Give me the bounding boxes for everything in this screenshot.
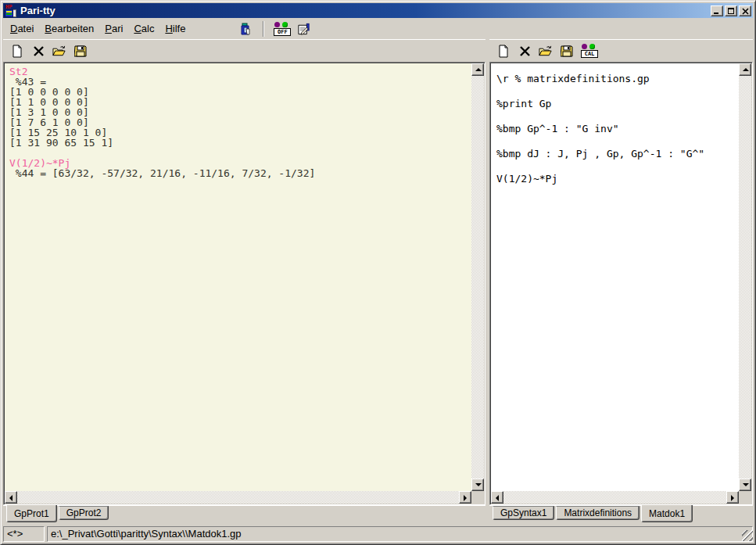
status-bar: <*> e:\_Privat\Gotti\paritty\Syntax\\Mat… [3, 526, 753, 542]
text-line: %bmp Gp^-1 : "G inv" [496, 123, 739, 135]
text-line [496, 135, 739, 148]
scroll-track[interactable] [503, 491, 726, 504]
scrollbar-corner [471, 491, 484, 504]
new-document-button[interactable] [10, 45, 24, 58]
resize-grip[interactable] [742, 530, 753, 541]
open-file-button[interactable] [539, 45, 553, 58]
cal-dot-green-icon [589, 44, 595, 49]
scroll-left-button[interactable] [5, 491, 17, 504]
right-toolbar: CAL [489, 39, 753, 62]
tab-gpprot1[interactable]: GpProt1 [6, 505, 57, 522]
scrollbar-corner [739, 491, 751, 504]
menu-item-pari[interactable]: Pari [99, 20, 128, 37]
right-vscrollbar[interactable] [739, 63, 751, 491]
scroll-up-button[interactable] [739, 63, 751, 76]
left-toolbar [3, 39, 485, 62]
menu-item-bearbeiten[interactable]: Bearbeiten [39, 20, 99, 37]
scroll-down-button[interactable] [739, 479, 751, 491]
left-console-frame: St2 %43 =[1 0 0 0 0 0][1 1 0 0 0 0][1 3 … [3, 62, 485, 505]
open-folder-icon [539, 45, 553, 58]
status-mode: <*> [3, 526, 45, 542]
text-line [496, 110, 739, 123]
scroll-right-button[interactable] [459, 491, 471, 504]
off-dot-purple-icon [274, 22, 280, 27]
app-window: HP Pari-tty DateiBearbeitenPariCalcHilfe [0, 0, 756, 545]
left-console[interactable]: St2 %43 =[1 0 0 0 0 0][1 1 0 0 0 0][1 3 … [5, 63, 471, 491]
text-line: [1 31 90 65 15 1] [9, 138, 471, 148]
scroll-up-button[interactable] [471, 63, 484, 76]
tab-gpsyntax1[interactable]: GpSyntax1 [493, 506, 554, 520]
window-controls [711, 5, 751, 16]
close-button[interactable] [739, 5, 751, 16]
scroll-track[interactable] [739, 76, 751, 479]
left-hscrollbar[interactable] [5, 491, 471, 504]
arrow-up-icon [743, 68, 749, 71]
off-indicator-icon: OFF [274, 28, 291, 36]
properties-button[interactable] [297, 22, 311, 35]
off-toggle-button[interactable]: OFF [274, 22, 291, 36]
right-hscrollbar[interactable] [491, 491, 739, 504]
menu-item-calc[interactable]: Calc [128, 20, 159, 37]
arrow-right-icon [464, 495, 467, 501]
scroll-down-button[interactable] [471, 479, 484, 491]
save-button[interactable] [560, 45, 574, 58]
scroll-right-button[interactable] [726, 491, 739, 504]
arrow-right-icon [731, 495, 734, 501]
maximize-button[interactable] [725, 5, 737, 16]
cal-dot-purple-icon [582, 44, 587, 49]
cal-indicator-icon: CAL [581, 50, 598, 58]
app-icon-stripe [6, 11, 12, 13]
scroll-track[interactable] [17, 491, 459, 504]
new-document-icon [11, 45, 23, 58]
app-icon-stripe [6, 13, 12, 15]
off-dot-green-icon [282, 22, 288, 27]
save-icon [561, 45, 573, 57]
text-line [496, 160, 739, 173]
arrow-up-icon [475, 68, 482, 71]
delete-button[interactable] [31, 45, 45, 58]
status-path: e:\_Privat\Gotti\paritty\Syntax\\Matdok1… [47, 526, 753, 542]
properties-icon [297, 22, 311, 36]
gp-window-icon [239, 22, 253, 36]
open-folder-icon [52, 45, 66, 58]
menu-bar-items: DateiBearbeitenPariCalcHilfe [5, 20, 191, 37]
menu-item-datei[interactable]: Datei [5, 20, 39, 37]
tab-matrixdefinitions[interactable]: Matrixdefinitions [556, 506, 640, 520]
text-line [9, 148, 471, 158]
cal-toggle-button[interactable]: CAL [581, 44, 598, 58]
new-document-button[interactable] [496, 45, 511, 58]
scroll-track[interactable] [471, 76, 484, 479]
window-title: Pari-tty [20, 5, 711, 16]
text-line [496, 85, 739, 98]
left-pane: St2 %43 =[1 0 0 0 0 0][1 1 0 0 0 0][1 3 … [3, 39, 485, 525]
left-tabstrip: GpProt1GpProt2 [3, 505, 485, 525]
arrow-left-icon [9, 495, 13, 501]
save-button[interactable] [73, 45, 88, 58]
text-line: %44 = [63/32, -57/32, 21/16, -11/16, 7/3… [9, 168, 471, 178]
menu-item-hilfe[interactable]: Hilfe [159, 20, 191, 37]
delete-icon [33, 45, 45, 57]
gp-console-button[interactable] [239, 22, 253, 35]
text-line: St2 [9, 66, 471, 77]
minimize-icon [714, 13, 718, 14]
pane-container: St2 %43 =[1 0 0 0 0 0][1 1 0 0 0 0][1 3 … [3, 39, 753, 525]
save-icon [74, 45, 87, 57]
minimize-button[interactable] [711, 5, 723, 16]
right-editor-frame: \r % matrixdefinitions.gp %print Gp %bmp… [489, 62, 753, 505]
main-toolbar: OFF [239, 21, 311, 37]
arrow-down-icon [475, 483, 482, 486]
arrow-left-icon [496, 495, 499, 501]
tab-gpprot2[interactable]: GpProt2 [59, 506, 109, 520]
maximize-icon [728, 8, 734, 14]
new-document-icon [497, 45, 510, 58]
delete-button[interactable] [518, 45, 532, 58]
scroll-left-button[interactable] [491, 491, 503, 504]
text-line: \r % matrixdefinitions.gp [496, 73, 739, 85]
open-file-button[interactable] [52, 45, 66, 58]
titlebar[interactable]: HP Pari-tty [3, 3, 753, 18]
tab-matdok1[interactable]: Matdok1 [641, 505, 693, 522]
text-line: %bmp dJ : J, Pj , Gp, Gp^-1 : "G^" [496, 148, 739, 160]
app-icon[interactable]: HP [5, 5, 17, 17]
right-editor[interactable]: \r % matrixdefinitions.gp %print Gp %bmp… [491, 63, 739, 491]
left-vscrollbar[interactable] [471, 63, 484, 491]
